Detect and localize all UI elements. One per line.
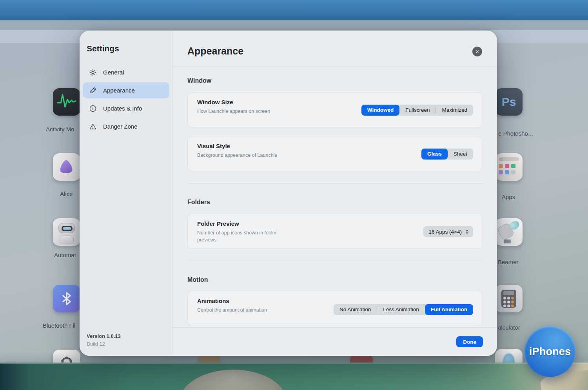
calculator-keys-icon: [503, 297, 514, 307]
iphones-badge-label: iPhones: [529, 346, 571, 358]
robot-visor-icon: [62, 226, 73, 231]
knot-glyph-icon: [58, 355, 75, 363]
sidebar-item-updates-info[interactable]: Updates & Info: [83, 100, 169, 116]
apps-app-icon[interactable]: [495, 153, 523, 181]
sidebar-title: Settings: [87, 44, 119, 53]
activity-monitor-app-icon[interactable]: [53, 88, 80, 116]
wallpaper-sea-strip: [0, 363, 588, 390]
animations-segmented-control: No Animation Less Animation Full Animati…: [334, 304, 473, 315]
setting-description: Control the amount of animation: [197, 307, 267, 314]
photoshop-glyph: Ps: [502, 95, 516, 109]
folder-preview-card: Folder Preview Number of app icons shown…: [187, 214, 483, 249]
footer-divider: [172, 327, 497, 328]
sidebar-item-label: Danger Zone: [103, 123, 138, 130]
visual-style-card: Visual Style Background appearance of La…: [187, 136, 483, 171]
purple-blob-icon: [58, 159, 75, 175]
section-divider: [187, 183, 483, 183]
sidebar-item-label: Updates & Info: [103, 105, 142, 112]
projector-base-icon: [504, 239, 511, 243]
desktop-screen: Activity Mo Alice Automat: [0, 0, 588, 390]
sidebar-item-appearance[interactable]: Appearance: [83, 82, 169, 98]
segment-no-animation[interactable]: No Animation: [334, 304, 377, 315]
automator-label[interactable]: Automat: [54, 252, 76, 258]
page-title: Appearance: [187, 45, 243, 57]
segment-sheet[interactable]: Sheet: [448, 149, 473, 160]
close-button[interactable]: ✕: [472, 47, 482, 56]
setting-title: Animations: [197, 297, 229, 304]
window-size-segmented-control: Windowed Fullscreen Maximized: [361, 105, 473, 116]
heartbeat-waveform-icon: [53, 88, 80, 116]
partial-app-icon-center-left[interactable]: [198, 355, 221, 363]
activity-monitor-label[interactable]: Activity Mo: [46, 126, 74, 132]
sidebar-nav: General Appearance U: [83, 64, 169, 136]
waterline: [0, 363, 588, 364]
photoshop-label[interactable]: e Photosho...: [498, 130, 533, 137]
animations-card: Animations Control the amount of animati…: [187, 291, 483, 326]
setting-description: Number of app icons shown in folder prev…: [197, 229, 278, 243]
build-text: Build 12: [87, 341, 105, 347]
window-size-card: Window Size How Launchie appears on scre…: [187, 92, 483, 127]
blue-oval-icon: [502, 353, 515, 363]
segment-fullscreen[interactable]: Fullscreen: [399, 105, 436, 116]
bluetooth-label[interactable]: Bluetooth Fil: [43, 322, 75, 329]
chevron-up-down-icon: [465, 229, 469, 235]
setting-description: Background appearance of Launchie: [197, 152, 277, 159]
robot-lens-icon: [63, 227, 71, 230]
visual-style-segmented-control: Glass Sheet: [421, 149, 473, 160]
setting-title: Visual Style: [197, 143, 230, 149]
segment-maximized[interactable]: Maximized: [436, 105, 473, 116]
bluetooth-rune-icon: [59, 291, 74, 307]
partial-app-icon-right[interactable]: [495, 349, 523, 363]
warning-triangle-icon: [89, 123, 97, 131]
apps-grid-icon: [499, 164, 519, 174]
calculator-body-icon: [501, 290, 516, 308]
section-label-motion: Motion: [187, 276, 208, 283]
iphones-badge[interactable]: iPhones: [524, 326, 575, 377]
gear-icon: [89, 69, 97, 76]
sidebar-item-label: General: [103, 69, 124, 76]
version-text: Version 1.0.13: [87, 333, 121, 339]
sidebar-item-danger-zone[interactable]: Danger Zone: [83, 118, 169, 134]
info-icon: [89, 105, 97, 112]
setting-title: Window Size: [197, 99, 233, 105]
segment-windowed[interactable]: Windowed: [361, 105, 399, 116]
done-button[interactable]: Done: [456, 336, 483, 347]
sidebar-item-general[interactable]: General: [83, 64, 169, 80]
robot-head-icon: [58, 223, 75, 233]
segment-glass[interactable]: Glass: [421, 149, 448, 160]
settings-main-panel: Appearance ✕ Window Window Size How Laun…: [172, 31, 497, 356]
settings-sidebar: Settings General Appearance: [80, 31, 172, 356]
beamer-label[interactable]: Beamer: [498, 259, 519, 265]
apps-label[interactable]: Apps: [502, 194, 515, 200]
setting-title: Folder Preview: [197, 220, 239, 227]
folder-preview-dropdown[interactable]: 16 Apps (4×4): [423, 226, 473, 237]
section-divider: [187, 261, 483, 261]
knot-app-icon[interactable]: [53, 350, 80, 363]
segment-full-animation[interactable]: Full Animation: [425, 304, 473, 315]
robot-body-icon: [60, 236, 74, 243]
alice-app-icon[interactable]: [53, 153, 80, 181]
beamer-app-icon[interactable]: [495, 218, 523, 246]
menubar-strip: [0, 0, 588, 20]
paintbrush-icon: [89, 87, 97, 94]
photoshop-app-icon[interactable]: Ps: [495, 88, 523, 116]
calculator-label[interactable]: alculator: [498, 324, 520, 331]
alice-label[interactable]: Alice: [60, 190, 73, 197]
search-pill-icon: [499, 157, 519, 161]
sidebar-item-label: Appearance: [103, 87, 135, 94]
section-label-window: Window: [187, 77, 211, 84]
segment-less-animation[interactable]: Less Animation: [377, 304, 425, 315]
bluetooth-app-icon[interactable]: [53, 285, 80, 312]
close-icon: ✕: [475, 49, 479, 54]
section-label-folders: Folders: [187, 199, 210, 206]
background-band-upper: [0, 21, 588, 30]
setting-description: How Launchie appears on screen: [197, 108, 270, 115]
calculator-app-icon[interactable]: [495, 285, 523, 312]
rock: [178, 370, 288, 390]
automator-app-icon[interactable]: [53, 218, 80, 246]
dropdown-value: 16 Apps (4×4): [429, 229, 462, 235]
settings-dialog: Settings General Appearance: [80, 31, 497, 356]
calculator-display-icon: [503, 291, 514, 295]
header-divider: [172, 67, 497, 67]
